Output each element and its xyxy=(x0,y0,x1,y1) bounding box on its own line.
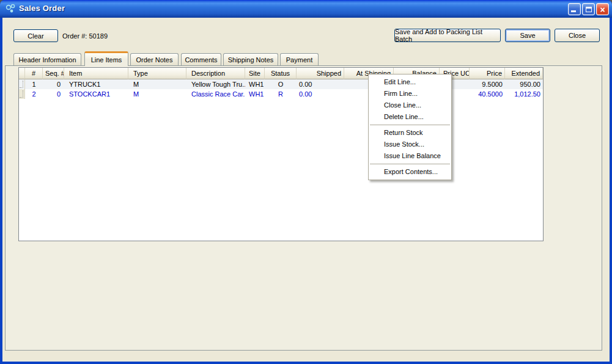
menu-item-close-line[interactable]: Close Line... xyxy=(369,100,451,111)
cell-status: O xyxy=(265,79,297,89)
tab-line-items[interactable]: Line Items xyxy=(84,51,128,66)
order-number-caption: Order #: xyxy=(62,32,87,40)
tab-shipping-notes[interactable]: Shipping Notes xyxy=(223,53,278,66)
tab-order-notes[interactable]: Order Notes xyxy=(130,53,179,66)
cell-extended: 1,012.50 xyxy=(505,89,543,99)
cell-type: M xyxy=(128,79,186,89)
row-selector[interactable] xyxy=(19,89,25,99)
cell-extended: 950.00 xyxy=(505,79,543,89)
cell-price: 9.5000 xyxy=(470,79,505,89)
column-header[interactable]: Type xyxy=(128,68,186,79)
table-row[interactable]: 2 0 STOCKCAR1 M Classic Race Car... WH1 … xyxy=(19,89,543,99)
menu-item-firm-line[interactable]: Firm Line... xyxy=(369,88,451,100)
column-header[interactable]: Site xyxy=(245,68,265,79)
cell-seq: 0 xyxy=(43,79,64,89)
minimize-icon xyxy=(571,10,576,12)
row-selector-header xyxy=(19,68,25,79)
column-header[interactable]: Shipped xyxy=(297,68,344,79)
cell-item: YTRUCK1 xyxy=(64,79,128,89)
cell-shipped: 0.00 xyxy=(297,79,344,89)
order-number-label: Order #: 50189 xyxy=(62,32,108,40)
column-header[interactable]: Extended xyxy=(505,68,543,79)
tab-payment[interactable]: Payment xyxy=(280,53,319,66)
column-header[interactable]: Description xyxy=(186,68,245,79)
save-button[interactable]: Save xyxy=(505,29,550,42)
row-selector[interactable] xyxy=(19,79,25,89)
cell-status: R xyxy=(265,89,297,99)
menu-item-export-contents[interactable]: Export Contents... xyxy=(369,166,451,178)
cell-site: WH1 xyxy=(245,79,265,89)
cell-site: WH1 xyxy=(245,89,265,99)
minimize-button[interactable] xyxy=(568,3,581,15)
cell-seq: 0 xyxy=(43,89,64,99)
menu-item-delete-line[interactable]: Delete Line... xyxy=(369,111,451,123)
window-close-button[interactable]: × xyxy=(596,3,609,15)
clear-button[interactable]: Clear xyxy=(13,29,58,42)
maximize-button[interactable] xyxy=(582,3,595,15)
tab-comments[interactable]: Comments xyxy=(181,53,221,66)
cell-price: 40.5000 xyxy=(470,89,505,99)
menu-item-return-stock[interactable]: Return Stock xyxy=(369,127,451,139)
cell-description: Yellow Tough Tru... xyxy=(186,79,245,89)
menu-item-issue-line-balance[interactable]: Issue Line Balance xyxy=(369,150,451,162)
window-title: Sales Order xyxy=(19,4,65,13)
order-number-value: 50189 xyxy=(89,32,108,40)
line-context-menu: Edit Line... Firm Line... Close Line... … xyxy=(368,74,452,180)
menu-item-edit-line[interactable]: Edit Line... xyxy=(369,76,451,88)
close-button[interactable]: Close xyxy=(555,29,600,42)
table-header-row: # Seq. # Item Type Description Site Stat… xyxy=(19,68,543,79)
column-header[interactable]: Status xyxy=(265,68,297,79)
cell-item: STOCKCAR1 xyxy=(64,89,128,99)
close-icon: × xyxy=(597,4,608,15)
column-header[interactable]: Item xyxy=(64,68,128,79)
column-header[interactable]: # xyxy=(25,68,43,79)
cell-shipped: 0.00 xyxy=(297,89,344,99)
maximize-icon xyxy=(586,7,592,12)
column-header[interactable]: Seq. # xyxy=(43,68,64,79)
column-header[interactable]: Price xyxy=(470,68,505,79)
app-icon xyxy=(5,3,17,15)
tab-header-information[interactable]: Header Information xyxy=(13,53,81,66)
cell-description: Classic Race Car... xyxy=(186,89,245,99)
line-items-table[interactable]: # Seq. # Item Type Description Site Stat… xyxy=(18,67,544,241)
menu-separator xyxy=(370,125,450,125)
table-row[interactable]: 1 0 YTRUCK1 M Yellow Tough Tru... WH1 O … xyxy=(19,79,543,89)
titlebar: Sales Order × xyxy=(0,0,612,18)
menu-item-issue-stock[interactable]: Issue Stock... xyxy=(369,139,451,150)
sales-order-window: Sales Order × Clear Order #: 50189 Save … xyxy=(0,0,612,364)
cell-line-number: 2 xyxy=(25,89,43,99)
cell-type: M xyxy=(128,89,186,99)
cell-line-number: 1 xyxy=(25,79,43,89)
menu-separator xyxy=(370,164,450,164)
save-and-add-button[interactable]: Save and Add to Packing List Batch xyxy=(394,29,501,42)
